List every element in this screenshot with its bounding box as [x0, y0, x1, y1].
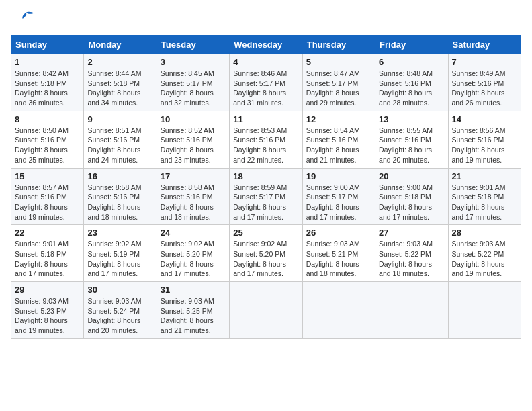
calendar-cell: 30 Sunrise: 9:03 AMSunset: 5:24 PMDaylig… [84, 282, 157, 339]
day-info: Sunrise: 9:03 AMSunset: 5:21 PMDaylight:… [306, 240, 360, 277]
day-info: Sunrise: 9:03 AMSunset: 5:25 PMDaylight:… [161, 297, 214, 334]
calendar-body: 1 Sunrise: 8:42 AMSunset: 5:18 PMDayligh… [11, 54, 521, 339]
calendar-cell: 14 Sunrise: 8:56 AMSunset: 5:16 PMDaylig… [448, 111, 521, 168]
day-info: Sunrise: 8:54 AMSunset: 5:16 PMDaylight:… [306, 126, 360, 164]
calendar-table: SundayMondayTuesdayWednesdayThursdayFrid… [11, 35, 521, 339]
calendar-cell [448, 282, 521, 339]
calendar-cell: 29 Sunrise: 9:03 AMSunset: 5:23 PMDaylig… [11, 282, 84, 339]
calendar-cell: 4 Sunrise: 8:46 AMSunset: 5:17 PMDayligh… [230, 54, 302, 111]
logo-bird-icon [11, 11, 38, 23]
calendar-cell: 11 Sunrise: 8:53 AMSunset: 5:16 PMDaylig… [230, 111, 302, 168]
day-number: 7 [452, 57, 517, 67]
day-number: 23 [87, 228, 152, 238]
day-number: 3 [161, 57, 226, 67]
weekday-header-sunday: Sunday [11, 36, 84, 54]
day-info: Sunrise: 9:00 AMSunset: 5:18 PMDaylight:… [379, 183, 433, 221]
weekday-header-row: SundayMondayTuesdayWednesdayThursdayFrid… [11, 36, 521, 54]
day-number: 30 [87, 285, 152, 295]
day-info: Sunrise: 8:50 AMSunset: 5:16 PMDaylight:… [15, 126, 69, 164]
calendar-cell: 10 Sunrise: 8:52 AMSunset: 5:16 PMDaylig… [157, 111, 229, 168]
calendar-cell: 22 Sunrise: 9:01 AMSunset: 5:18 PMDaylig… [11, 225, 84, 282]
day-info: Sunrise: 9:01 AMSunset: 5:18 PMDaylight:… [15, 240, 69, 277]
day-info: Sunrise: 8:58 AMSunset: 5:16 PMDaylight:… [161, 183, 214, 221]
day-number: 6 [379, 57, 444, 67]
day-info: Sunrise: 9:03 AMSunset: 5:22 PMDaylight:… [379, 240, 433, 277]
day-info: Sunrise: 8:57 AMSunset: 5:16 PMDaylight:… [15, 183, 69, 221]
calendar-cell: 8 Sunrise: 8:50 AMSunset: 5:16 PMDayligh… [11, 111, 84, 168]
calendar-cell: 1 Sunrise: 8:42 AMSunset: 5:18 PMDayligh… [11, 54, 84, 111]
day-number: 21 [452, 171, 517, 181]
day-number: 16 [87, 171, 152, 181]
calendar-cell: 25 Sunrise: 9:02 AMSunset: 5:20 PMDaylig… [230, 225, 302, 282]
weekday-header-thursday: Thursday [302, 36, 375, 54]
day-number: 2 [87, 57, 152, 67]
day-number: 28 [452, 228, 517, 238]
day-number: 18 [233, 171, 298, 181]
calendar-cell: 17 Sunrise: 8:58 AMSunset: 5:16 PMDaylig… [157, 168, 229, 225]
day-number: 12 [306, 114, 371, 124]
calendar-cell: 7 Sunrise: 8:49 AMSunset: 5:16 PMDayligh… [448, 54, 521, 111]
calendar-cell: 18 Sunrise: 8:59 AMSunset: 5:17 PMDaylig… [230, 168, 302, 225]
calendar-cell [230, 282, 302, 339]
calendar-week-5: 29 Sunrise: 9:03 AMSunset: 5:23 PMDaylig… [11, 282, 521, 339]
day-number: 20 [379, 171, 444, 181]
day-info: Sunrise: 8:52 AMSunset: 5:16 PMDaylight:… [161, 126, 214, 164]
calendar-cell: 9 Sunrise: 8:51 AMSunset: 5:16 PMDayligh… [84, 111, 157, 168]
day-info: Sunrise: 9:01 AMSunset: 5:18 PMDaylight:… [452, 183, 506, 221]
calendar-cell: 3 Sunrise: 8:45 AMSunset: 5:17 PMDayligh… [157, 54, 229, 111]
day-info: Sunrise: 8:48 AMSunset: 5:16 PMDaylight:… [379, 69, 433, 107]
weekday-header-monday: Monday [84, 36, 157, 54]
day-info: Sunrise: 8:46 AMSunset: 5:17 PMDaylight:… [233, 69, 287, 107]
calendar-header: SundayMondayTuesdayWednesdayThursdayFrid… [11, 36, 521, 54]
day-info: Sunrise: 8:44 AMSunset: 5:18 PMDaylight:… [87, 69, 141, 107]
calendar-cell: 6 Sunrise: 8:48 AMSunset: 5:16 PMDayligh… [375, 54, 448, 111]
day-number: 26 [306, 228, 371, 238]
calendar-cell: 28 Sunrise: 9:03 AMSunset: 5:22 PMDaylig… [448, 225, 521, 282]
day-info: Sunrise: 9:00 AMSunset: 5:17 PMDaylight:… [306, 183, 360, 221]
day-number: 11 [233, 114, 298, 124]
calendar-week-3: 15 Sunrise: 8:57 AMSunset: 5:16 PMDaylig… [11, 168, 521, 225]
calendar-cell: 21 Sunrise: 9:01 AMSunset: 5:18 PMDaylig… [448, 168, 521, 225]
calendar-cell [302, 282, 375, 339]
day-info: Sunrise: 9:03 AMSunset: 5:23 PMDaylight:… [15, 297, 69, 334]
weekday-header-tuesday: Tuesday [157, 36, 229, 54]
calendar-cell: 24 Sunrise: 9:02 AMSunset: 5:20 PMDaylig… [157, 225, 229, 282]
day-number: 25 [233, 228, 298, 238]
day-info: Sunrise: 9:02 AMSunset: 5:20 PMDaylight:… [233, 240, 287, 277]
day-number: 9 [87, 114, 152, 124]
day-info: Sunrise: 8:53 AMSunset: 5:16 PMDaylight:… [233, 126, 287, 164]
calendar-cell: 26 Sunrise: 9:03 AMSunset: 5:21 PMDaylig… [302, 225, 375, 282]
calendar-cell: 12 Sunrise: 8:54 AMSunset: 5:16 PMDaylig… [302, 111, 375, 168]
calendar-cell: 5 Sunrise: 8:47 AMSunset: 5:17 PMDayligh… [302, 54, 375, 111]
calendar-cell: 20 Sunrise: 9:00 AMSunset: 5:18 PMDaylig… [375, 168, 448, 225]
calendar-week-4: 22 Sunrise: 9:01 AMSunset: 5:18 PMDaylig… [11, 225, 521, 282]
day-number: 15 [15, 171, 80, 181]
day-number: 31 [161, 285, 226, 295]
day-number: 29 [15, 285, 80, 295]
day-number: 1 [15, 57, 80, 67]
day-number: 5 [306, 57, 371, 67]
calendar-cell: 23 Sunrise: 9:02 AMSunset: 5:19 PMDaylig… [84, 225, 157, 282]
day-number: 24 [161, 228, 226, 238]
day-info: Sunrise: 8:51 AMSunset: 5:16 PMDaylight:… [87, 126, 141, 164]
day-info: Sunrise: 9:03 AMSunset: 5:22 PMDaylight:… [452, 240, 506, 277]
calendar-week-2: 8 Sunrise: 8:50 AMSunset: 5:16 PMDayligh… [11, 111, 521, 168]
calendar-cell: 2 Sunrise: 8:44 AMSunset: 5:18 PMDayligh… [84, 54, 157, 111]
day-number: 22 [15, 228, 80, 238]
day-info: Sunrise: 9:03 AMSunset: 5:24 PMDaylight:… [87, 297, 141, 334]
calendar-week-1: 1 Sunrise: 8:42 AMSunset: 5:18 PMDayligh… [11, 54, 521, 111]
calendar-cell: 15 Sunrise: 8:57 AMSunset: 5:16 PMDaylig… [11, 168, 84, 225]
day-number: 10 [161, 114, 226, 124]
day-info: Sunrise: 8:59 AMSunset: 5:17 PMDaylight:… [233, 183, 287, 221]
day-info: Sunrise: 8:55 AMSunset: 5:16 PMDaylight:… [379, 126, 433, 164]
calendar-cell: 27 Sunrise: 9:03 AMSunset: 5:22 PMDaylig… [375, 225, 448, 282]
day-number: 13 [379, 114, 444, 124]
day-info: Sunrise: 8:47 AMSunset: 5:17 PMDaylight:… [306, 69, 360, 107]
logo [11, 11, 38, 27]
day-number: 8 [15, 114, 80, 124]
day-number: 19 [306, 171, 371, 181]
page-header [11, 11, 521, 27]
weekday-header-friday: Friday [375, 36, 448, 54]
calendar-cell: 13 Sunrise: 8:55 AMSunset: 5:16 PMDaylig… [375, 111, 448, 168]
day-info: Sunrise: 9:02 AMSunset: 5:20 PMDaylight:… [161, 240, 214, 277]
